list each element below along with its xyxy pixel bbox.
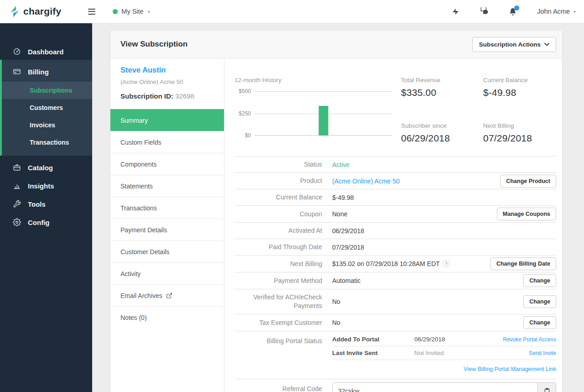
site-status-dot-icon — [113, 9, 118, 14]
row-current-balance: Current Balance $-49.98 — [235, 189, 556, 205]
sidebar-item-customers[interactable]: Customers — [2, 99, 92, 116]
row-paid-through-date: Paid Through Date 07/29/2018 — [235, 239, 556, 255]
row-label: Verified for ACH/eCheck Payments — [235, 291, 322, 312]
sidebar-item-label: Dashboard — [28, 48, 63, 56]
change-billing-date-button[interactable]: Change Billing Date — [490, 257, 556, 270]
sidebar-item-billing[interactable]: Billing — [2, 62, 92, 82]
y-tick: $500 — [239, 88, 251, 94]
change-ach-button[interactable]: Change — [523, 295, 556, 308]
sidebar-item-label: Billing — [28, 68, 49, 76]
stat-value: $335.00 — [401, 87, 483, 98]
tab-customer-details[interactable]: Customer Details — [110, 240, 224, 262]
gridline — [255, 91, 392, 92]
tab-label: Activity — [120, 270, 141, 277]
portal-table: Added To Portal 06/29/2018 Revoke Portal… — [332, 331, 556, 373]
row-label: Referral Code — [235, 379, 322, 392]
row-value: Automatic — [322, 277, 518, 284]
row-label: Tax Exempt Customer — [235, 317, 322, 329]
subscription-id-value: 32698 — [175, 92, 194, 100]
chevron-down-icon — [544, 43, 549, 46]
stat-value: 07/29/2018 — [483, 133, 556, 144]
notifications-bell-icon[interactable] — [509, 7, 517, 16]
tab-components[interactable]: Components — [110, 153, 224, 175]
chat-icon[interactable] — [480, 7, 489, 16]
user-name: John Acme — [537, 8, 570, 15]
view-subscription-card: View Subscription Subscription Actions S… — [110, 31, 562, 392]
tab-statements[interactable]: Statements — [110, 175, 224, 197]
sidebar-item-subscriptions[interactable]: Subscriptions — [2, 82, 92, 99]
quick-actions-icon[interactable] — [452, 8, 459, 16]
page-title: View Subscription — [120, 40, 188, 49]
site-selector[interactable]: My Site ▾ — [113, 8, 150, 15]
tab-label: Customer Details — [120, 248, 169, 256]
sidebar-item-label: Catalog — [28, 164, 53, 172]
tab-label: Custom Fields — [120, 139, 161, 146]
external-link-icon — [166, 293, 172, 299]
row-label: Billing Portal Status — [235, 331, 322, 347]
referral-code-input[interactable] — [333, 383, 537, 392]
customer-name-link[interactable]: Steve Austin — [120, 66, 214, 74]
row-coupon: Coupon None Manage Coupons — [235, 205, 556, 222]
change-product-button[interactable]: Change Product — [500, 175, 556, 188]
stat-current-balance: Current Balance $-49.98 — [483, 77, 556, 110]
tab-payment-details[interactable]: Payment Details — [110, 219, 224, 240]
change-tax-exempt-button[interactable]: Change — [523, 316, 556, 329]
tab-label: Notes (0) — [120, 314, 147, 321]
sidebar-item-transactions[interactable]: Transactions — [2, 134, 92, 151]
row-tax-exempt: Tax Exempt Customer No Change — [235, 314, 556, 331]
sidebar-item-catalog[interactable]: Catalog — [0, 158, 92, 177]
tab-email-archives[interactable]: Email Archives — [110, 284, 224, 306]
history-bar — [318, 106, 328, 136]
credit-card-icon — [13, 68, 21, 76]
tab-custom-fields[interactable]: Custom Fields — [110, 131, 224, 153]
help-icon[interactable]: ? — [443, 260, 450, 267]
stat-label: Next Billing — [483, 122, 556, 129]
sidebar-item-config[interactable]: Config — [0, 213, 92, 231]
sidebar-item-label: Insights — [28, 182, 54, 190]
chart-title: 12-month History — [235, 77, 392, 84]
stats-grid: Total Revenue $335.00 Current Balance $-… — [401, 77, 556, 156]
send-invite-link[interactable]: Send Invite — [529, 350, 556, 356]
row-label: Paid Through Date — [235, 241, 322, 253]
row-activated-at: Activated At 06/29/2018 — [235, 222, 556, 239]
row-label: Current Balance — [235, 191, 322, 204]
summary-panel: 12-month History $500 $250 $0 — [224, 58, 562, 392]
copy-to-clipboard-button[interactable] — [537, 383, 556, 392]
row-value: $-49.98 — [322, 194, 556, 201]
chevron-down-icon: ▾ — [148, 9, 150, 14]
brand-name: chargify — [23, 6, 61, 17]
clipboard-icon — [544, 388, 550, 392]
stat-label: Current Balance — [483, 77, 556, 84]
view-portal-management-link[interactable]: View Billing Portal Management Link — [464, 366, 556, 372]
row-ach-verified: Verified for ACH/eCheck Payments No Chan… — [235, 289, 556, 314]
gear-icon — [13, 218, 21, 226]
change-payment-method-button[interactable]: Change — [523, 274, 556, 287]
chargify-logo[interactable]: chargify — [9, 5, 61, 18]
stat-next-billing: Next Billing 07/29/2018 — [483, 122, 556, 156]
sidebar-item-label: Tools — [28, 200, 46, 208]
y-tick: $250 — [239, 110, 251, 117]
sidebar-item-tools[interactable]: Tools — [0, 195, 92, 213]
bar-chart-icon — [13, 182, 21, 190]
wrench-icon — [13, 200, 21, 208]
subscription-nav-panel: Steve Austin (Acme Online) Acme 50 Subsc… — [110, 58, 224, 392]
tab-summary[interactable]: Summary — [110, 109, 224, 131]
subscription-actions-button[interactable]: Subscription Actions — [472, 37, 556, 52]
revoke-portal-access-link[interactable]: Revoke Portal Access — [503, 336, 556, 343]
user-menu[interactable]: John Acme ▾ — [537, 8, 576, 15]
main-content: View Subscription Subscription Actions S… — [92, 23, 584, 392]
sidebar-item-insights[interactable]: Insights — [0, 177, 92, 195]
stat-value: $-49.98 — [483, 87, 556, 98]
product-link[interactable]: (Acme Online) Acme 50 — [332, 178, 400, 185]
tab-notes[interactable]: Notes (0) — [110, 306, 224, 328]
tab-activity[interactable]: Activity — [110, 262, 224, 284]
sidebar-item-label: Config — [28, 219, 49, 226]
row-next-billing: Next Billing $135.02 on 07/29/2018 10:28… — [235, 255, 556, 272]
manage-coupons-button[interactable]: Manage Coupons — [497, 208, 556, 220]
row-label: Next Billing — [235, 258, 322, 270]
hamburger-menu-icon[interactable] — [86, 7, 97, 16]
sidebar-item-dashboard[interactable]: Dashboard — [0, 43, 92, 60]
sidebar-item-invoices[interactable]: Invoices — [2, 116, 92, 134]
tab-transactions[interactable]: Transactions — [110, 197, 224, 219]
stat-subscriber-since: Subscriber since 06/29/2018 — [401, 122, 483, 156]
